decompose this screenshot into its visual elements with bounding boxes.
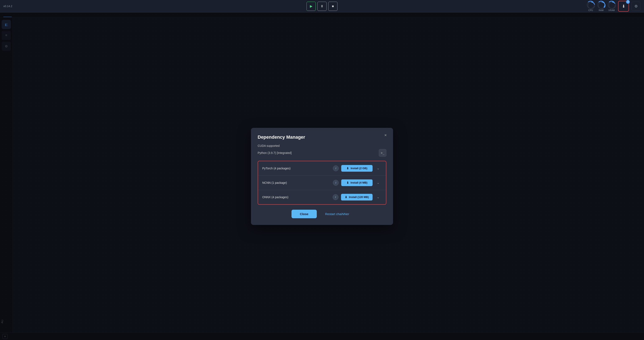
modal-close-button[interactable]: × xyxy=(382,132,389,139)
settings-button[interactable]: ⚙ xyxy=(632,2,641,11)
play-icon: ▶ xyxy=(310,4,312,8)
pause-icon: ⏸ xyxy=(320,4,324,8)
topbar-center: ▶ ⏸ ■ xyxy=(306,2,338,11)
package-row-pytorch: PyTorch (4 packages) i ⬇ Install (2 GB) … xyxy=(258,161,386,176)
pytorch-install-label: Install (2 GB) xyxy=(351,167,367,170)
cuda-label: CUDA supported xyxy=(258,144,386,147)
python-label: Python (3.9.7) [Integrated] xyxy=(258,151,292,155)
restart-button[interactable]: Restart chaiNNer xyxy=(322,210,352,218)
topbar-left: v0.14.2 xyxy=(3,4,12,8)
onnx-install-button[interactable]: ⬇ Install (120 MB) xyxy=(341,194,372,201)
pytorch-info-button[interactable]: i xyxy=(333,165,339,171)
download-icon: ⬇ xyxy=(622,4,626,9)
main-layout: ◧ ≡ ⚙ AL) × Dependency Manager CUDA supp… xyxy=(0,17,644,340)
onnx-chevron-icon: ⌄ xyxy=(377,195,380,199)
pytorch-expand-button[interactable]: ⌄ xyxy=(374,165,382,172)
ncnn-info-button[interactable]: i xyxy=(333,180,339,186)
vram-indicator: VRAM xyxy=(608,1,616,11)
onnx-info-button[interactable]: i xyxy=(333,194,338,200)
pause-button[interactable]: ⏸ xyxy=(318,2,326,11)
dependency-manager-modal: × Dependency Manager CUDA supported Pyth… xyxy=(251,128,393,225)
ram-label: RAM xyxy=(599,9,604,11)
modal-footer: Close Restart chaiNNer xyxy=(258,210,386,218)
content-area: ◧ ≡ ⚙ AL) × Dependency Manager CUDA supp… xyxy=(0,12,644,340)
pytorch-install-button[interactable]: ⬇ Install (2 GB) xyxy=(341,165,372,172)
info-icon-pytorch: i xyxy=(335,167,336,170)
modal-title: Dependency Manager xyxy=(258,134,386,140)
console-icon: >_ xyxy=(381,151,384,155)
ncnn-download-icon: ⬇ xyxy=(346,181,349,184)
vram-ring xyxy=(608,1,616,9)
ncnn-install-label: Install (4 MB) xyxy=(351,181,368,184)
packages-container: PyTorch (4 packages) i ⬇ Install (2 GB) … xyxy=(258,161,386,205)
cpu-ring xyxy=(587,1,595,9)
onnx-expand-button[interactable]: ⌄ xyxy=(374,193,382,201)
modal-overlay: × Dependency Manager CUDA supported Pyth… xyxy=(0,12,644,340)
pytorch-package-name: PyTorch (4 packages) xyxy=(262,167,333,170)
ncnn-install-button[interactable]: ⬇ Install (4 MB) xyxy=(341,179,372,186)
close-icon: × xyxy=(384,133,387,138)
vram-label: VRAM xyxy=(608,9,615,11)
package-row-ncnn: NCNN (1 package) i ⬇ Install (4 MB) ⌄ xyxy=(258,176,386,190)
pytorch-download-icon: ⬇ xyxy=(346,167,349,170)
version-label: v0.14.2 xyxy=(3,4,12,8)
stop-button[interactable]: ■ xyxy=(328,2,338,11)
pytorch-chevron-icon: ⌄ xyxy=(377,166,380,170)
ncnn-expand-button[interactable]: ⌄ xyxy=(374,179,382,187)
onnx-download-icon: ⬇ xyxy=(345,195,347,199)
console-button[interactable]: >_ xyxy=(379,149,386,157)
download-badge: 3 xyxy=(626,0,630,4)
package-row-onnx: ONNX (4 packages) i ⬇ Install (120 MB) ⌄ xyxy=(258,190,386,204)
cpu-indicator: CPU xyxy=(587,1,595,11)
python-row: Python (3.9.7) [Integrated] >_ xyxy=(258,149,386,157)
ram-ring xyxy=(597,1,605,9)
ncnn-package-name: NCNN (1 package) xyxy=(262,181,333,184)
download-manager-button[interactable]: 3 ⬇ xyxy=(618,1,629,12)
topbar: v0.14.2 ▶ ⏸ ■ CPU xyxy=(0,0,644,12)
cpu-label: CPU xyxy=(588,9,593,11)
onnx-install-label: Install (120 MB) xyxy=(349,195,369,199)
close-button[interactable]: Close xyxy=(292,210,317,218)
ncnn-chevron-icon: ⌄ xyxy=(377,181,380,185)
stop-icon: ■ xyxy=(332,4,334,8)
info-icon-onnx: i xyxy=(335,195,336,199)
onnx-package-name: ONNX (4 packages) xyxy=(262,195,333,199)
topbar-right: CPU RAM VRAM 3 ⬇ ⚙ xyxy=(587,1,641,12)
info-icon-ncnn: i xyxy=(335,181,336,184)
play-button[interactable]: ▶ xyxy=(306,2,316,11)
ram-indicator: RAM xyxy=(597,1,605,11)
settings-icon: ⚙ xyxy=(634,4,638,8)
